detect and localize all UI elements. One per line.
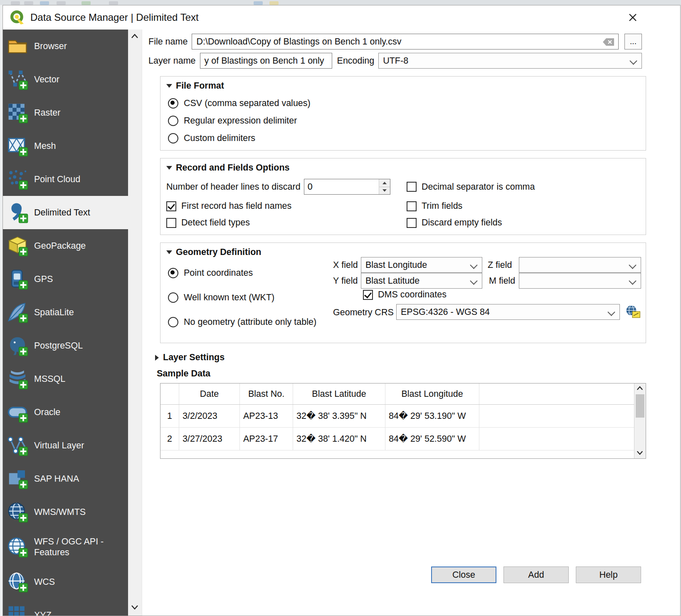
oracle-icon [6, 401, 29, 423]
sidebar-item-wfs-ogc-api[interactable]: WFS / OGC API - Features [3, 529, 128, 565]
y-field-select[interactable]: Blast Latitude [361, 273, 482, 289]
x-field-select[interactable]: Blast Longitude [361, 257, 482, 273]
y-field-value: Blast Latitude [365, 276, 419, 286]
sidebar-item-postgresql[interactable]: PostgreSQL [3, 329, 128, 362]
sidebar-item-browser[interactable]: Browser [3, 30, 128, 63]
header-lines-spinner[interactable]: 0 [304, 179, 390, 195]
spin-down-button[interactable] [379, 187, 390, 195]
sidebar-item-gps[interactable]: GPS [3, 262, 128, 296]
select-crs-button[interactable] [624, 302, 642, 321]
file-format-header[interactable]: File Format [166, 81, 640, 91]
checkbox[interactable] [407, 182, 417, 192]
column-header-blast-latitude[interactable]: Blast Latitude [293, 383, 385, 404]
radio-button[interactable] [168, 317, 178, 327]
header-lines-value: 0 [304, 179, 379, 194]
sidebar-item-raster[interactable]: Raster [3, 96, 128, 129]
layer-name-label: Layer name [148, 56, 196, 66]
add-button[interactable]: Add [503, 567, 569, 583]
layer-settings-header[interactable]: Layer Settings [155, 352, 680, 363]
data-source-manager-dialog: Data Source Manager | Delimited Text Bro… [2, 5, 681, 616]
wcs-globe-icon [6, 571, 29, 593]
browse-file-button[interactable]: ... [624, 34, 642, 49]
sidebar-item-geopackage[interactable]: GeoPackage [3, 229, 128, 262]
radio-button[interactable] [168, 133, 178, 143]
wfs-globe-icon [6, 536, 29, 558]
date-cell: 3/27/2023 [179, 428, 240, 450]
dialog-footer: Close Add Help [431, 567, 641, 583]
radio-no-geometry[interactable]: No geometry (attribute only table) [168, 317, 316, 327]
sidebar-item-delimited-text[interactable]: Delimited Text [3, 196, 128, 229]
geometry-crs-select[interactable]: EPSG:4326 - WGS 84 [396, 304, 620, 320]
checkbox[interactable] [407, 201, 417, 211]
m-field-select[interactable] [519, 273, 641, 289]
scrollbar-thumb[interactable] [636, 394, 644, 418]
checkbox[interactable] [363, 290, 373, 300]
m-field-label: M field [489, 276, 515, 286]
toolbar-sliver [81, 1, 91, 5]
file-format-title: File Format [176, 81, 224, 91]
sidebar-item-sap-hana[interactable]: SAP HANA [3, 462, 128, 495]
checkbox-detect-field-types[interactable]: Detect field types [166, 218, 407, 228]
sidebar-item-mesh[interactable]: Mesh [3, 129, 128, 163]
sidebar-item-vector[interactable]: Vector [3, 63, 128, 96]
column-header-blast-no[interactable]: Blast No. [240, 383, 293, 404]
checkbox-discard-empty-fields[interactable]: Discard empty fields [407, 218, 640, 228]
checkbox[interactable] [166, 201, 176, 211]
checkbox-label: First record has field names [181, 201, 291, 211]
radio-custom-delimiters[interactable]: Custom delimiters [168, 133, 640, 143]
sidebar-item-mssql[interactable]: MSSQL [3, 362, 128, 396]
sidebar-item-oracle[interactable]: Oracle [3, 396, 128, 429]
scroll-up-icon[interactable] [637, 386, 643, 391]
checkbox[interactable] [166, 218, 176, 228]
sidebar-item-xyz[interactable]: XYZ [3, 599, 128, 616]
checkbox[interactable] [407, 218, 417, 228]
help-button[interactable]: Help [576, 567, 641, 583]
sidebar-item-label: GPS [34, 274, 53, 284]
radio-button[interactable] [168, 98, 178, 109]
close-button[interactable]: Close [431, 567, 496, 583]
scroll-down-icon[interactable] [131, 605, 138, 610]
layer-name-input[interactable]: y of Blastings on Bench 1 only [200, 53, 332, 69]
close-window-button[interactable] [626, 11, 640, 24]
clear-file-button[interactable] [602, 37, 615, 49]
sidebar-item-spatialite[interactable]: SpatiaLite [3, 296, 128, 329]
record-fields-header[interactable]: Record and Fields Options [166, 163, 640, 173]
sidebar-item-virtual-layer[interactable]: Virtual Layer [3, 429, 128, 462]
collapse-arrow-icon [166, 250, 172, 254]
scroll-up-icon[interactable] [131, 34, 138, 39]
collapse-arrow-icon [166, 84, 172, 88]
file-name-input[interactable]: D:\Download\Copy of Blastings on Bench 1… [192, 34, 619, 49]
column-header-blast-longitude[interactable]: Blast Longitude [385, 383, 479, 404]
z-field-select[interactable] [519, 257, 641, 273]
radio-button[interactable] [168, 116, 178, 126]
sidebar-item-label: Virtual Layer [34, 440, 84, 451]
checkbox-trim-fields[interactable]: Trim fields [407, 201, 640, 211]
table-body: Date Blast No. Blast Latitude Blast Long… [160, 383, 634, 458]
collapse-arrow-icon [166, 166, 172, 170]
radio-wkt[interactable]: Well known text (WKT) [168, 292, 274, 303]
radio-csv[interactable]: CSV (comma separated values) [168, 98, 640, 109]
spin-up-button[interactable] [379, 179, 390, 187]
panel-scrollbar[interactable] [128, 30, 142, 616]
encoding-select[interactable]: UTF-8 [378, 53, 642, 69]
sidebar-item-wcs[interactable]: WCS [3, 565, 128, 599]
layer-name-value: y of Blastings on Bench 1 only [205, 56, 324, 66]
column-header-date[interactable]: Date [179, 383, 240, 404]
radio-regex-delimiter[interactable]: Regular expression delimiter [168, 116, 640, 126]
checkbox-decimal-comma[interactable]: Decimal separator is comma [407, 182, 640, 192]
sap-hana-icon [6, 468, 29, 490]
radio-button[interactable] [168, 292, 178, 303]
virtual-layer-icon [6, 434, 29, 457]
checkbox-first-record-field-names[interactable]: First record has field names [166, 201, 407, 211]
gps-device-icon [6, 268, 29, 290]
chevron-down-icon [470, 277, 477, 284]
layer-name-row: Layer name y of Blastings on Bench 1 onl… [148, 53, 642, 69]
checkbox-dms-coordinates[interactable]: DMS coordinates [363, 289, 447, 300]
sidebar-item-wms-wmts[interactable]: WMS/WMTS [3, 495, 128, 529]
table-scrollbar[interactable] [634, 383, 646, 458]
radio-button[interactable] [168, 268, 178, 278]
scroll-down-icon[interactable] [637, 450, 643, 455]
radio-point-coordinates[interactable]: Point coordinates [168, 268, 253, 278]
geometry-header[interactable]: Geometry Definition [166, 247, 261, 257]
sidebar-item-point-cloud[interactable]: Point Cloud [3, 163, 128, 196]
